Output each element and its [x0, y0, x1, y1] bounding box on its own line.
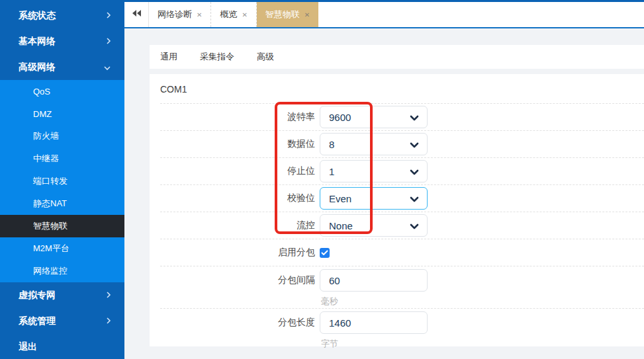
select-value: 1 [329, 166, 410, 177]
double-chevron-left-icon [131, 9, 142, 20]
form-row-flow-control: 流控 None [160, 212, 644, 239]
data-bits-select[interactable]: 8 [320, 133, 428, 155]
sidebar-item-m2m-platform[interactable]: M2M平台 [0, 237, 124, 260]
tab-label: 概览 [220, 9, 237, 20]
sidebar-item-qos[interactable]: QoS [0, 80, 124, 102]
main-area: 网络诊断 ✕ 概览 ✕ 智慧物联 ✕ 通用 采集指令 高级 COM1 [124, 0, 644, 359]
field-label: 流控 [160, 219, 315, 231]
section-title: COM1 [160, 74, 644, 103]
sidebar-item-system-status[interactable]: 系统状态 [0, 3, 124, 28]
com1-form-card: COM1 波特率 9600 数据位 8 [150, 74, 644, 346]
chevron-right-icon [106, 316, 111, 327]
sidebar-item-static-nat[interactable]: 静态NAT [0, 192, 124, 215]
sidebar-item-label: 静态NAT [33, 198, 67, 210]
parity-select[interactable]: Even [320, 187, 428, 210]
field-label: 校验位 [160, 192, 315, 204]
sidebar-item-firewall[interactable]: 防火墙 [0, 125, 124, 147]
field-label: 分包长度 [160, 317, 315, 329]
field-label: 停止位 [160, 165, 315, 177]
form-row-enable-split: 启用分包 [160, 239, 644, 266]
sidebar-submenu: QoS DMZ 防火墙 中继器 端口转发 静态NAT 智慧物联 M2M平台 网络… [0, 80, 124, 282]
tab-general[interactable]: 通用 [160, 51, 177, 63]
sidebar-item-label: 系统管理 [19, 315, 56, 327]
sidebar-item-label: 高级网络 [19, 61, 56, 73]
com1-form: 波特率 9600 数据位 8 停止位 [160, 103, 644, 351]
tab-smart-iot[interactable]: 智慧物联 ✕ [257, 2, 318, 27]
chevron-right-icon [106, 290, 111, 301]
chevron-right-icon [106, 36, 111, 47]
sidebar-item-label: 智慧物联 [33, 220, 68, 232]
field-with-hint: 字节 [320, 311, 428, 350]
sidebar-item-network-monitor[interactable]: 网络监控 [0, 260, 124, 282]
baud-rate-select[interactable]: 9600 [320, 106, 428, 128]
content-area: 通用 采集指令 高级 COM1 波特率 9600 数据 [124, 28, 644, 359]
close-icon[interactable]: ✕ [242, 11, 247, 19]
form-row-baud-rate: 波特率 9600 [160, 104, 644, 131]
tab-label: 智慧物联 [265, 9, 300, 20]
chevron-down-icon [410, 220, 419, 231]
split-interval-input[interactable] [320, 269, 428, 292]
select-value: Even [329, 193, 410, 204]
close-icon[interactable]: ✕ [304, 11, 310, 19]
sidebar-item-label: M2M平台 [33, 243, 69, 255]
tab-advanced[interactable]: 高级 [257, 51, 274, 63]
sidebar-item-vpn[interactable]: 虚拟专网 [0, 282, 124, 308]
sidebar-item-label: QoS [33, 87, 50, 97]
tab-overview[interactable]: 概览 ✕ [211, 2, 256, 27]
sidebar-item-basic-network[interactable]: 基本网络 [0, 28, 124, 54]
select-value: None [329, 220, 410, 231]
form-row-parity: 校验位 Even [160, 185, 644, 212]
form-row-split-interval: 分包间隔 毫秒 [160, 266, 644, 309]
enable-split-checkbox[interactable] [320, 248, 330, 258]
sidebar-item-system-admin[interactable]: 系统管理 [0, 308, 124, 334]
sidebar: 系统状态 基本网络 高级网络 QoS DMZ 防火墙 中继器 端口转发 静态NA… [0, 0, 124, 359]
sidebar-item-label: 退出 [19, 341, 37, 353]
chevron-down-icon [410, 166, 419, 177]
checkmark-icon [321, 247, 328, 259]
form-row-stop-bits: 停止位 1 [160, 158, 644, 185]
close-icon[interactable]: ✕ [197, 11, 202, 19]
sidebar-item-repeater[interactable]: 中继器 [0, 147, 124, 170]
tab-collect-commands[interactable]: 采集指令 [200, 51, 234, 63]
chevron-right-icon [106, 11, 111, 21]
sidebar-item-label: 防火墙 [33, 130, 59, 142]
page-tab-bar: 网络诊断 ✕ 概览 ✕ 智慧物联 ✕ [124, 0, 644, 28]
sidebar-item-logout[interactable]: 退出 [0, 334, 124, 359]
sidebar-item-label: 基本网络 [19, 36, 56, 48]
form-row-data-bits: 数据位 8 [160, 131, 644, 158]
flow-control-select[interactable]: None [320, 214, 428, 237]
sub-tab-strip: 通用 采集指令 高级 [150, 45, 644, 69]
sidebar-item-smart-iot[interactable]: 智慧物联 [0, 215, 124, 237]
field-hint: 毫秒 [320, 296, 428, 307]
sidebar-item-dmz[interactable]: DMZ [0, 102, 124, 125]
chevron-down-icon [410, 193, 419, 204]
stop-bits-select[interactable]: 1 [320, 160, 428, 182]
select-value: 8 [329, 139, 410, 150]
split-length-input[interactable] [320, 311, 428, 334]
sidebar-item-label: 网络监控 [33, 265, 68, 277]
field-with-hint: 毫秒 [320, 269, 428, 307]
tab-network-diagnosis[interactable]: 网络诊断 ✕ [149, 2, 211, 27]
sidebar-item-port-forwarding[interactable]: 端口转发 [0, 170, 124, 192]
sidebar-item-advanced-network[interactable]: 高级网络 [0, 54, 124, 80]
chevron-down-icon [410, 139, 419, 150]
chevron-down-icon [410, 112, 419, 123]
tab-label: 网络诊断 [158, 9, 192, 20]
field-label: 数据位 [160, 138, 315, 150]
select-value: 9600 [329, 112, 410, 123]
sidebar-item-label: 中继器 [33, 153, 59, 165]
sidebar-item-label: 系统状态 [19, 10, 56, 22]
field-hint: 字节 [320, 338, 428, 350]
collapse-tabs-button[interactable] [124, 2, 149, 27]
field-label: 波特率 [160, 111, 315, 123]
sidebar-item-label: 虚拟专网 [19, 290, 56, 301]
chevron-down-icon [103, 62, 111, 73]
field-label: 启用分包 [160, 247, 315, 259]
app-window: 系统状态 基本网络 高级网络 QoS DMZ 防火墙 中继器 端口转发 静态NA… [0, 0, 644, 359]
sidebar-item-label: DMZ [33, 109, 52, 119]
sidebar-item-label: 端口转发 [33, 175, 68, 187]
form-row-split-length: 分包长度 字节 [160, 309, 644, 351]
field-label: 分包间隔 [160, 274, 315, 286]
